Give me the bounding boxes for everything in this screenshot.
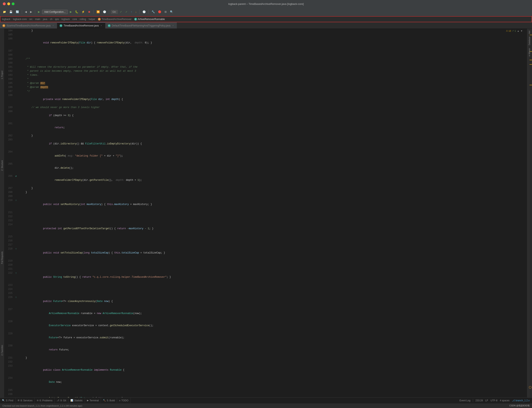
- status-tab-terminal[interactable]: ▶ Terminal: [85, 398, 101, 403]
- breadcrumb-arhive[interactable]: C ArhiveRemoverRunnable: [134, 18, 165, 21]
- git-update-icon[interactable]: ↓: [134, 10, 138, 14]
- status-tab-build-label: 5: Build: [107, 399, 115, 402]
- breadcrumb-helper[interactable]: helper: [89, 18, 95, 21]
- line-code: [18, 53, 527, 57]
- table-row: 204 addInfo( msg: "deleting folder [" + …: [4, 150, 527, 162]
- line-ending[interactable]: LF: [485, 399, 488, 402]
- breadcrumb-ch[interactable]: ch: [50, 18, 52, 21]
- toolbar-history2-icon[interactable]: 🕐: [141, 10, 147, 14]
- line-code: [18, 219, 527, 223]
- breadcrumb-rolling[interactable]: rolling: [80, 18, 86, 21]
- toolbar-save-icon[interactable]: 💾: [8, 10, 14, 14]
- window-controls[interactable]: [3, 2, 15, 5]
- git-check-icon[interactable]: ✓: [119, 10, 123, 14]
- status-tab-build[interactable]: 🔨 5: Build: [101, 398, 117, 403]
- breadcrumb-logback2[interactable]: logback: [61, 18, 70, 21]
- panel-label-favorites[interactable]: 2: Favorites: [0, 344, 4, 357]
- line-code: public String toString() { return "c.q.l…: [18, 271, 527, 283]
- toolbar-layout-icon[interactable]: ⊞: [163, 10, 168, 14]
- status-tab-statistic[interactable]: 📊 Statistic: [68, 398, 85, 403]
- panel-label-pull-requests[interactable]: Pull Requests: [0, 250, 4, 265]
- check-badge[interactable]: ✓ 1: [512, 29, 516, 32]
- line-number: 185: [4, 33, 15, 37]
- bottom-bar: Checked out new branch branch_1.2.x from…: [0, 403, 532, 408]
- status-tab-git[interactable]: ⎇ 9: Git: [55, 398, 68, 403]
- toolbar-sep-3: [93, 10, 94, 14]
- breadcrumb-qos[interactable]: qos: [55, 18, 59, 21]
- toolbar-tools-icon[interactable]: 🔧: [150, 10, 156, 14]
- line-code: return;: [18, 122, 527, 134]
- branch-indicator[interactable]: ⎇ branch_1.2.x: [512, 399, 530, 402]
- toolbar-back-icon[interactable]: ◀: [24, 10, 28, 14]
- code-editor[interactable]: ⚠ 13 ✓ 1 ▲ ▼ 184 } 185: [4, 29, 527, 398]
- line-number: 235: [4, 388, 15, 392]
- close-button[interactable]: [3, 2, 6, 5]
- line-code: [18, 291, 527, 295]
- minimize-button[interactable]: [7, 2, 10, 5]
- breadcrumb-logback[interactable]: logback: [2, 18, 10, 21]
- table-row: 208 }: [4, 190, 527, 194]
- breadcrumb-core[interactable]: core: [72, 18, 77, 21]
- right-panel-ant[interactable]: Ant: [528, 29, 531, 35]
- toolbar-run3-icon[interactable]: ⚡: [80, 10, 86, 14]
- cursor-position[interactable]: 233:28: [475, 399, 483, 402]
- tab-default[interactable]: C DefaultTimeBasedFileNamingAndTriggerin…: [105, 22, 177, 28]
- leetcode-icon[interactable]: ⬡: [529, 385, 532, 389]
- toolbar-revert-icon[interactable]: ⏪: [95, 10, 101, 14]
- indent[interactable]: 4 spaces: [500, 399, 510, 402]
- status-tab-git-label: 9: Git: [60, 399, 66, 402]
- warning-count: 13: [509, 30, 511, 32]
- status-tab-todo[interactable]: ≡ TODO: [117, 398, 131, 403]
- status-tab-find[interactable]: 🔍 3: Find: [0, 398, 16, 403]
- add-configuration-button[interactable]: Add Configuration...: [42, 10, 68, 14]
- collapse-icon[interactable]: ▼: [521, 30, 523, 32]
- breadcrumb-src[interactable]: src: [29, 18, 33, 21]
- tab-sizeandtime[interactable]: C SizeAndTimeBasedArchiveRemover.java ×: [0, 22, 57, 28]
- breadcrumb-timebased[interactable]: C TimeBasedArchiveRemover: [98, 18, 132, 21]
- right-panel-maven[interactable]: m Maven: [528, 47, 531, 58]
- breadcrumb-java[interactable]: java: [43, 18, 47, 21]
- minimap-marker-4: [530, 64, 532, 65]
- tab-default-close[interactable]: ×: [172, 24, 174, 27]
- toolbar-breakpoint-icon[interactable]: 🔴: [157, 10, 162, 14]
- toolbar-folder-icon[interactable]: 📁: [2, 10, 7, 14]
- toolbar-debug-icon[interactable]: 🐛: [74, 10, 80, 14]
- line-code: [18, 388, 527, 392]
- line-gutter: [15, 73, 18, 77]
- table-row: 193 * times.: [4, 73, 527, 77]
- tab-timebased[interactable]: C TimeBasedArchiveRemover.java ×: [57, 22, 105, 28]
- status-tab-services[interactable]: ⚙ 8: Services: [16, 398, 35, 403]
- line-gutter: [15, 332, 18, 344]
- toolbar-run2-icon[interactable]: ▶: [69, 10, 73, 14]
- breadcrumb-main[interactable]: main: [35, 18, 40, 21]
- toolbar-stop-icon[interactable]: ⏹: [87, 10, 92, 14]
- panel-label-project[interactable]: 1: Project: [0, 69, 4, 80]
- line-gutter: [15, 162, 18, 174]
- tab-timebased-close[interactable]: ×: [100, 24, 103, 27]
- toolbar-refresh-icon[interactable]: 🔄: [15, 10, 20, 14]
- table-row: 190: [4, 61, 527, 65]
- git-check2-icon[interactable]: ✓: [124, 10, 129, 14]
- event-log-link[interactable]: Event Log: [459, 399, 470, 402]
- right-panel-database[interactable]: Database: [528, 35, 531, 46]
- panel-label-structure[interactable]: Z: Structure: [0, 159, 4, 172]
- line-number: 229: [4, 332, 15, 344]
- line-number: 186: [4, 37, 15, 49]
- breadcrumb-logback-core[interactable]: logback-core: [13, 18, 27, 21]
- toolbar-history-icon[interactable]: 🕐: [102, 10, 107, 14]
- line-gutter: ↺: [15, 174, 18, 186]
- table-row: 231 }: [4, 356, 527, 360]
- expand-icon[interactable]: ▲: [517, 30, 519, 32]
- toolbar-forward-icon[interactable]: ▶: [29, 10, 33, 14]
- tab-sizeandtime-close[interactable]: ×: [52, 24, 55, 27]
- maximize-button[interactable]: [12, 2, 15, 5]
- line-code: return future;: [18, 344, 527, 356]
- charset[interactable]: UTF-8: [491, 399, 498, 402]
- toolbar-run-icon[interactable]: ▶: [37, 10, 41, 14]
- git-push-icon[interactable]: ↑: [130, 10, 133, 14]
- status-tab-problems[interactable]: ⊘ 6: Problems: [35, 398, 55, 403]
- toolbar-search-icon[interactable]: 🔍: [169, 10, 174, 14]
- line-number: 219: [4, 259, 15, 263]
- line-code: [18, 61, 527, 65]
- warning-badge[interactable]: ⚠ 13: [506, 29, 511, 32]
